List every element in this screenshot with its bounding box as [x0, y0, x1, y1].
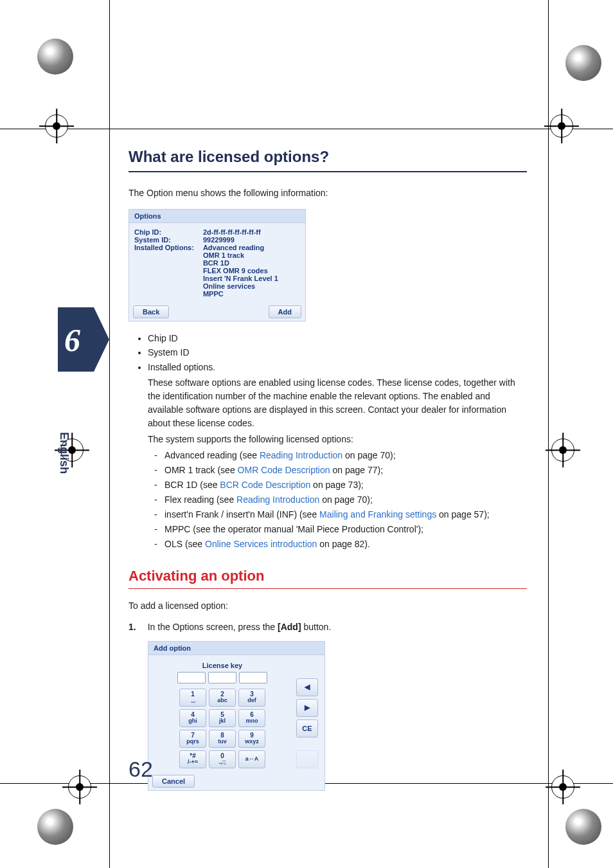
intro-text: The Option menu shows the following info… [129, 186, 527, 200]
step-text: In the Options screen, press the [Add] b… [148, 622, 332, 632]
reg-mark [551, 439, 574, 462]
corner-sphere-bl [37, 809, 73, 845]
section-title: What are licensed options? [129, 148, 527, 166]
key-6[interactable]: 6mno [238, 709, 265, 727]
list-item: Flex reading (see Reading Introduction o… [164, 493, 527, 507]
key-star[interactable]: *#/-+= [179, 750, 206, 768]
keypad: 1⎵ 2abc 3def 4ghi 5jkl 6mno 7pqrs 8tuv 9… [179, 689, 265, 768]
cursor-right-button[interactable]: ▶ [296, 699, 318, 717]
link-ols[interactable]: Online Services introduction [205, 539, 317, 549]
license-field-1[interactable] [177, 672, 206, 683]
key-7[interactable]: 7pqrs [179, 730, 206, 748]
link-reading-intro[interactable]: Reading Introduction [260, 450, 342, 460]
cancel-button[interactable]: Cancel [152, 775, 195, 788]
crop-line-left [109, 0, 110, 868]
bullet-list: Chip ID System ID Installed options. [129, 332, 527, 374]
ce-button[interactable]: CE [296, 719, 318, 737]
crop-line-top [0, 129, 613, 129]
back-button[interactable]: Back [133, 305, 169, 318]
cursor-left-button[interactable]: ◀ [296, 678, 318, 696]
key-4[interactable]: 4ghi [179, 709, 206, 727]
key-3[interactable]: 3def [238, 689, 265, 707]
value-installed-5: Online services [203, 282, 300, 290]
license-field-3[interactable] [239, 672, 267, 683]
link-flex[interactable]: Reading Introduction [236, 494, 319, 505]
reg-mark [550, 114, 573, 138]
bullet-item: Installed options. [148, 361, 527, 374]
activating-title: Activating an option [129, 568, 527, 584]
list-item: MPPC (see the operator manual 'Mail Piec… [164, 523, 527, 536]
link-bcr[interactable]: BCR Code Description [220, 480, 310, 490]
list-item: OMR 1 track (see OMR Code Description on… [164, 464, 527, 477]
corner-sphere-tr [565, 45, 601, 81]
list-item: BCR 1D (see BCR Code Description on page… [164, 478, 527, 492]
reg-mark [68, 775, 91, 799]
value-installed-0: Advanced reading [203, 244, 300, 251]
key-0[interactable]: 0.,:; [209, 750, 236, 768]
language-label: English [57, 432, 71, 474]
page-number: 62 [129, 757, 153, 782]
label-installed: Installed Options: [134, 244, 194, 251]
corner-sphere-tl [37, 39, 73, 75]
page-content: What are licensed options? The Option me… [129, 148, 527, 801]
value-chip: 2d-ff-ff-ff-ff-ff-ff-ff [203, 228, 300, 236]
key-2[interactable]: 2abc [209, 689, 236, 707]
value-installed-6: MPPC [203, 290, 300, 298]
crop-line-right [548, 0, 549, 868]
explain-text-1: These software options are enabled using… [148, 376, 527, 430]
license-field-2[interactable] [208, 672, 236, 683]
bullet-item: System ID [148, 346, 527, 359]
key-9[interactable]: 9wxyz [238, 730, 265, 748]
key-8[interactable]: 8tuv [209, 730, 236, 748]
value-installed-1: OMR 1 track [203, 251, 300, 259]
link-mailing[interactable]: Mailing and Franking settings [319, 509, 436, 520]
title-rule [129, 171, 527, 172]
link-omr[interactable]: OMR Code Description [238, 465, 330, 475]
licensed-list: Advanced reading (see Reading Introducti… [129, 449, 527, 551]
options-panel-title: Options [129, 210, 305, 223]
key-shift[interactable]: a↔A [238, 750, 265, 768]
add-button[interactable]: Add [269, 305, 301, 318]
label-system: System ID: [134, 236, 194, 244]
label-chip: Chip ID: [134, 228, 194, 236]
list-item: Advanced reading (see Reading Introducti… [164, 449, 527, 462]
value-installed-2: BCR 1D [203, 259, 300, 267]
explain-text-2: The system supports the following licens… [148, 433, 527, 446]
chapter-badge: 6 [58, 307, 103, 372]
chapter-number: 6 [64, 321, 80, 359]
list-item: OLS (see Online Services introduction on… [164, 538, 527, 551]
add-intro: To add a licensed option: [129, 599, 527, 613]
value-installed-4: Insert 'N Frank Level 1 [203, 275, 300, 282]
add-option-title: Add option [148, 642, 324, 655]
value-system: 99229999 [203, 236, 300, 244]
license-key-label: License key [202, 662, 242, 669]
step-1: 1. In the Options screen, press the [Add… [129, 622, 527, 632]
bullet-item: Chip ID [148, 332, 527, 345]
step-number: 1. [129, 622, 136, 632]
key-1[interactable]: 1⎵ [179, 689, 206, 707]
activating-rule [129, 588, 527, 589]
value-installed-3: FLEX OMR 9 codes [203, 267, 300, 275]
corner-sphere-br [565, 809, 601, 845]
ok-button-disabled [296, 750, 318, 768]
reg-mark [45, 114, 68, 138]
key-5[interactable]: 5jkl [209, 709, 236, 727]
reg-mark [551, 775, 574, 799]
options-panel: Options Chip ID: System ID: Installed Op… [129, 209, 306, 321]
add-option-panel: Add option License key 1⎵ 2abc 3def 4ghi [148, 641, 325, 791]
list-item: insert'n Frank / insert'n Mail (INF) (se… [164, 508, 527, 521]
